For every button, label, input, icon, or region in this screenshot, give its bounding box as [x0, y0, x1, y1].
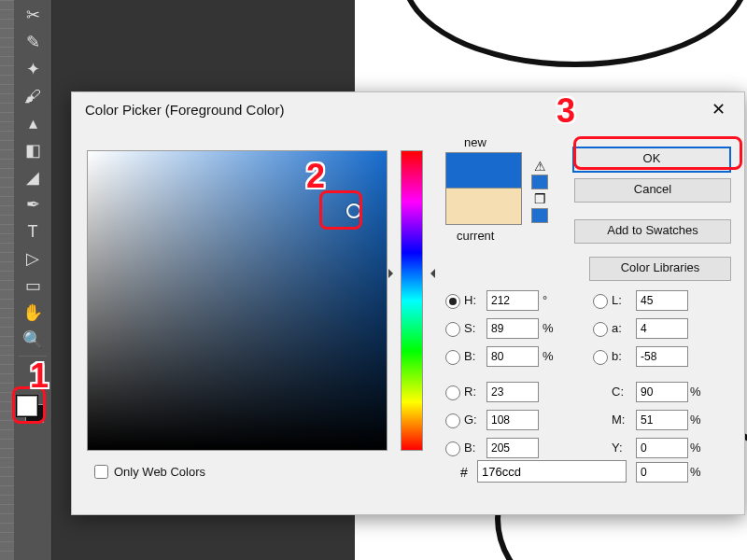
eraser-tool-icon[interactable]: ◧: [19, 138, 47, 162]
add-to-swatches-button[interactable]: Add to Swatches: [574, 219, 731, 244]
green-input[interactable]: [486, 410, 539, 430]
tool-strip: ✂ ✎ ✦ 🖌 ▴ ◧ ◢ ✒ T ▷ ▭ ✋ 🔍: [14, 0, 52, 560]
saturation-unit: %: [543, 321, 554, 335]
l-radio[interactable]: [593, 294, 608, 309]
separator-icon: [19, 356, 47, 357]
current-label: current: [457, 229, 494, 243]
type-tool-icon[interactable]: T: [19, 219, 47, 244]
color-picker-dialog: Color Picker (Foreground Color) ✕ new cu…: [71, 91, 745, 515]
only-web-colors-checkbox[interactable]: Only Web Colors: [91, 462, 205, 482]
brightness-radio[interactable]: [445, 350, 460, 365]
gamut-warning-icon[interactable]: ⚠: [531, 159, 548, 174]
brush-tool-icon[interactable]: 🖌: [19, 84, 47, 108]
sb-cursor-icon[interactable]: [346, 203, 361, 218]
lab-b-input[interactable]: [636, 346, 688, 367]
eyedropper-tool-icon[interactable]: ✎: [19, 30, 47, 54]
a-input[interactable]: [636, 318, 688, 339]
k-input[interactable]: [636, 462, 688, 483]
websafe-warning-icon[interactable]: ❒: [531, 191, 548, 206]
saturation-radio[interactable]: [445, 322, 460, 337]
color-libraries-button[interactable]: Color Libraries: [589, 257, 731, 281]
drawing-stroke: [402, 0, 747, 67]
hue-label: H:: [464, 293, 476, 307]
hex-label: #: [460, 465, 468, 480]
y-label: Y:: [612, 441, 623, 455]
hue-input[interactable]: [486, 290, 539, 311]
close-icon[interactable]: ✕: [701, 95, 735, 123]
red-label: R:: [464, 385, 476, 399]
gradient-tool-icon[interactable]: ◢: [19, 165, 47, 189]
only-web-colors-box[interactable]: [94, 465, 108, 479]
red-input[interactable]: [486, 382, 539, 402]
current-color-swatch[interactable]: [445, 188, 522, 225]
brightness-input[interactable]: [486, 346, 539, 367]
vertical-ruler: [0, 0, 15, 560]
shape-tool-icon[interactable]: ▭: [19, 273, 47, 298]
hex-input[interactable]: [477, 460, 627, 483]
hand-tool-icon[interactable]: ✋: [19, 301, 47, 325]
m-label: M:: [612, 413, 625, 427]
saturation-input[interactable]: [486, 318, 539, 339]
hue-unit: °: [543, 293, 547, 307]
lab-b-radio[interactable]: [593, 350, 608, 365]
brightness-label: B:: [464, 349, 475, 363]
a-radio[interactable]: [593, 322, 608, 337]
websafe-warning-swatch[interactable]: [531, 208, 548, 223]
c-input[interactable]: [636, 382, 688, 402]
gamut-warning-swatch[interactable]: [531, 175, 548, 189]
hue-radio[interactable]: [445, 294, 460, 309]
m-unit: %: [690, 413, 701, 427]
l-label: L:: [612, 293, 622, 307]
hue-slider[interactable]: [401, 150, 423, 451]
dialog-title: Color Picker (Foreground Color): [85, 102, 284, 118]
only-web-colors-label: Only Web Colors: [114, 465, 205, 479]
l-input[interactable]: [636, 290, 688, 311]
blue-radio[interactable]: [445, 441, 460, 456]
a-label: a:: [612, 321, 622, 335]
green-radio[interactable]: [445, 413, 460, 428]
m-input[interactable]: [636, 410, 688, 430]
stamp-tool-icon[interactable]: ▴: [19, 111, 47, 135]
k-unit: %: [690, 465, 701, 479]
blue-input[interactable]: [486, 438, 539, 458]
lab-b-label: b:: [612, 349, 622, 363]
saturation-brightness-field[interactable]: [87, 150, 388, 451]
crop-tool-icon[interactable]: ✂: [19, 3, 47, 27]
new-label: new: [464, 135, 486, 149]
cancel-button[interactable]: Cancel: [574, 178, 731, 203]
zoom-tool-icon[interactable]: 🔍: [19, 328, 47, 352]
foreground-background-swatch[interactable]: [15, 394, 49, 427]
c-unit: %: [690, 385, 701, 399]
path-select-tool-icon[interactable]: ▷: [19, 246, 47, 271]
green-label: G:: [464, 413, 477, 427]
healing-tool-icon[interactable]: ✦: [19, 57, 47, 81]
foreground-color-swatch[interactable]: [17, 396, 37, 416]
blue-label: B:: [464, 441, 475, 455]
new-color-swatch: [445, 152, 522, 189]
red-radio[interactable]: [445, 385, 460, 400]
c-label: C:: [612, 385, 624, 399]
brightness-unit: %: [543, 349, 554, 363]
dialog-body: new current ⚠ ❒ OK Cancel Add to Swatche…: [72, 126, 744, 514]
pen-tool-icon[interactable]: ✒: [19, 192, 47, 217]
dialog-titlebar[interactable]: Color Picker (Foreground Color) ✕: [72, 92, 744, 126]
ok-button[interactable]: OK: [572, 147, 731, 173]
y-unit: %: [690, 441, 701, 455]
saturation-label: S:: [464, 321, 475, 335]
y-input[interactable]: [636, 438, 688, 458]
